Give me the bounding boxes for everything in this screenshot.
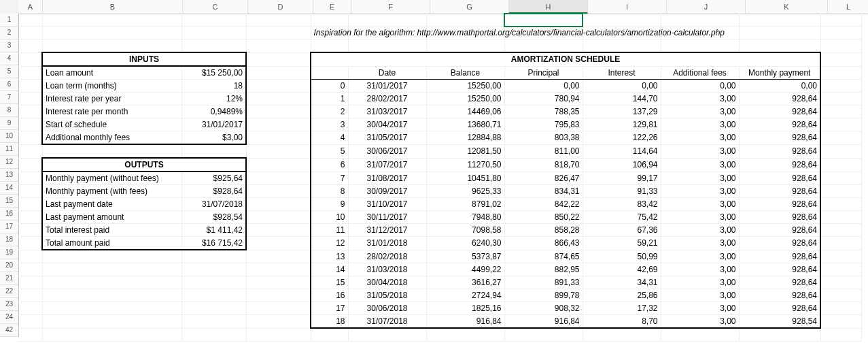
cell-D10[interactable] <box>246 131 311 145</box>
cell-G21[interactable]: 3616,27 <box>426 276 504 289</box>
row-header-2[interactable]: 2 <box>0 27 18 39</box>
cell-K24[interactable]: 928,54 <box>739 315 820 329</box>
column-header-J[interactable]: J <box>667 0 746 14</box>
cell-B20[interactable] <box>42 263 181 276</box>
cell-K12[interactable]: 928,64 <box>739 158 820 172</box>
cell-L10[interactable] <box>820 131 861 145</box>
column-header-D[interactable]: D <box>248 0 313 14</box>
cell-D12[interactable] <box>246 158 311 172</box>
cell-A12[interactable] <box>18 158 42 172</box>
cell-K19[interactable]: 928,64 <box>739 250 820 263</box>
column-header-L[interactable]: L <box>828 0 868 14</box>
cell-F17[interactable]: 31/12/2017 <box>348 224 426 237</box>
cell-D24[interactable] <box>246 315 311 329</box>
cell-H20[interactable]: 882,95 <box>504 263 583 276</box>
cell-I23[interactable]: 17,32 <box>583 302 661 315</box>
cell-F5[interactable]: Date <box>348 66 426 80</box>
cell-I6[interactable]: 0,00 <box>583 80 661 93</box>
cell-H1[interactable] <box>504 14 583 27</box>
cell-L15[interactable] <box>820 198 861 211</box>
cell-A42[interactable] <box>18 328 42 342</box>
cell-L1[interactable] <box>820 14 861 27</box>
cell-K16[interactable]: 928,64 <box>739 211 820 224</box>
cell-L2[interactable] <box>820 27 861 39</box>
cell-K1[interactable] <box>739 14 820 27</box>
cell-B2[interactable] <box>42 27 181 39</box>
cell-A2[interactable] <box>18 27 42 39</box>
cell-J6[interactable]: 0,00 <box>661 80 739 93</box>
cell-G18[interactable]: 6240,30 <box>426 237 504 250</box>
cell-J15[interactable]: 3,00 <box>661 198 739 211</box>
row-header-12[interactable]: 12 <box>0 156 18 169</box>
cell-G14[interactable]: 9625,33 <box>426 185 504 198</box>
cell-D2[interactable] <box>246 27 311 39</box>
cell-G1[interactable] <box>426 14 504 27</box>
cell-G24[interactable]: 916,84 <box>426 315 504 329</box>
cell-G23[interactable]: 1825,16 <box>426 302 504 315</box>
cell-A3[interactable] <box>18 39 42 53</box>
cell-L7[interactable] <box>820 93 861 105</box>
cell-D11[interactable] <box>246 144 311 158</box>
column-header-G[interactable]: G <box>430 0 509 14</box>
cell-H42[interactable] <box>504 328 583 342</box>
cell-D23[interactable] <box>246 302 311 315</box>
cell-G42[interactable] <box>426 328 504 342</box>
cell-C11[interactable] <box>181 144 246 158</box>
cell-B5[interactable]: Loan amount <box>42 66 181 80</box>
cell-E13[interactable]: 7 <box>311 172 348 185</box>
cell-grid[interactable]: Inspiration for the algorithm: http://ww… <box>18 14 868 342</box>
cell-E24[interactable]: 18 <box>311 315 348 329</box>
cell-A9[interactable] <box>18 118 42 131</box>
cell-L9[interactable] <box>820 118 861 131</box>
cell-D13[interactable] <box>246 172 311 185</box>
cell-G7[interactable]: 15250,00 <box>426 93 504 105</box>
cell-K17[interactable]: 928,64 <box>739 224 820 237</box>
row-header-22[interactable]: 22 <box>0 285 18 298</box>
cell-J23[interactable]: 3,00 <box>661 302 739 315</box>
cell-H14[interactable]: 834,31 <box>504 185 583 198</box>
cell-K14[interactable]: 928,64 <box>739 185 820 198</box>
cell-D17[interactable] <box>246 224 311 237</box>
cell-E20[interactable]: 14 <box>311 263 348 276</box>
cell-G17[interactable]: 7098,58 <box>426 224 504 237</box>
cell-J10[interactable]: 3,00 <box>661 131 739 145</box>
cell-L19[interactable] <box>820 250 861 263</box>
cell-L24[interactable] <box>820 315 861 329</box>
cell-B8[interactable]: Interest rate per month <box>42 105 181 118</box>
cell-B14[interactable]: Monthly payment (with fees) <box>42 185 181 198</box>
cell-H11[interactable]: 811,00 <box>504 144 583 158</box>
cell-C22[interactable] <box>181 289 246 302</box>
cell-A5[interactable] <box>18 66 42 80</box>
cell-A11[interactable] <box>18 144 42 158</box>
cell-C13[interactable]: $925,64 <box>181 172 246 185</box>
cell-K22[interactable]: 928,64 <box>739 289 820 302</box>
cell-I24[interactable]: 8,70 <box>583 315 661 329</box>
cell-A15[interactable] <box>18 198 42 211</box>
cell-G15[interactable]: 8791,02 <box>426 198 504 211</box>
cell-I18[interactable]: 59,21 <box>583 237 661 250</box>
cell-H22[interactable]: 899,78 <box>504 289 583 302</box>
cell-H18[interactable]: 866,43 <box>504 237 583 250</box>
cell-H10[interactable]: 803,38 <box>504 131 583 145</box>
cell-B16[interactable]: Last payment amount <box>42 211 181 224</box>
cell-B6[interactable]: Loan term (months) <box>42 80 181 93</box>
cell-L3[interactable] <box>820 39 861 53</box>
cell-E4[interactable]: AMORTIZATION SCHEDULE <box>311 52 820 66</box>
cell-G10[interactable]: 12884,88 <box>426 131 504 145</box>
cell-I12[interactable]: 106,94 <box>583 158 661 172</box>
cell-I7[interactable]: 144,70 <box>583 93 661 105</box>
cell-C5[interactable]: $15 250,00 <box>181 66 246 80</box>
cell-G13[interactable]: 10451,80 <box>426 172 504 185</box>
cell-K7[interactable]: 928,64 <box>739 93 820 105</box>
cell-J21[interactable]: 3,00 <box>661 276 739 289</box>
cell-G3[interactable] <box>426 39 504 53</box>
cell-F11[interactable]: 30/06/2017 <box>348 144 426 158</box>
cell-K20[interactable]: 928,64 <box>739 263 820 276</box>
cell-C9[interactable]: 31/01/2017 <box>181 118 246 131</box>
cell-E5[interactable] <box>311 66 348 80</box>
cell-K2[interactable] <box>739 27 820 39</box>
cell-E1[interactable] <box>311 14 348 27</box>
cell-I1[interactable] <box>583 14 661 27</box>
cell-A10[interactable] <box>18 131 42 145</box>
row-header-6[interactable]: 6 <box>0 78 18 91</box>
